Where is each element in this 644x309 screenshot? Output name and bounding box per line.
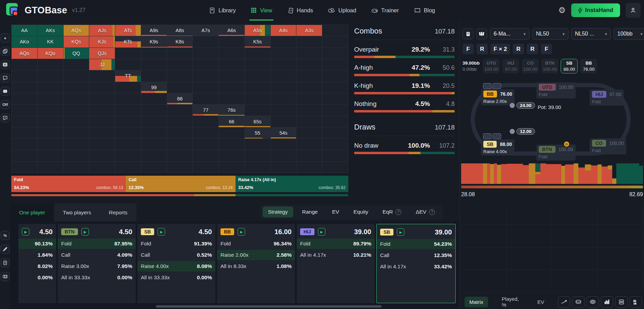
matrix-cell-empty[interactable] [219,150,244,161]
action-button-3[interactable]: R [513,44,524,54]
matrix-cell-empty[interactable] [115,162,141,173]
horizontal-scrollbar[interactable] [156,305,381,308]
matrix-cell-A6s[interactable]: A6s [219,25,244,36]
matrix-cell-empty[interactable] [219,70,244,81]
card-icon[interactable] [1,87,10,96]
panel-row-fold[interactable]: Fold87.95% [58,239,136,249]
panel-row-all-in-33-33x[interactable]: All in 33.33x0.00% [58,272,136,283]
nav-item-blog[interactable]: Blog [414,0,435,21]
matrix-cell-empty[interactable] [296,150,322,161]
action-button-1[interactable]: R [477,44,488,54]
matrix-cell-65s[interactable]: 65s [245,116,270,127]
panel-row[interactable]: 8.02% [18,261,56,271]
matrix-cell-empty[interactable] [167,70,193,81]
strategy-panel-0[interactable]: ▶4.5090.13%1.84%8.02%0.00% [18,224,56,303]
matrix-cell-empty[interactable] [12,150,37,161]
matrix-cell-empty[interactable] [141,70,167,81]
matrix-cell-A8s[interactable]: A8s [167,25,193,36]
strategy-panel-bb-3[interactable]: BB▶16.00Fold96.34%Raise 2.00x2.58%All in… [217,224,295,303]
footer-tab-played[interactable]: Played, % [497,294,524,309]
action-button-0[interactable]: F [462,44,474,54]
matrix-cell-empty[interactable] [38,59,63,70]
panel-row-raise-4-00x[interactable]: Raise 4.00x8.08% [137,261,215,271]
nav-item-view[interactable]: View [251,0,272,21]
matrix-cell-empty[interactable] [38,116,63,127]
matrix-cell-empty[interactable] [219,59,244,70]
table-seat-utg[interactable]: UTG100.00 Fold [536,82,576,98]
matrix-cell-empty[interactable] [271,139,296,150]
matrix-cell-empty[interactable] [245,82,270,93]
panel-row-fold[interactable]: Fold89.79% [297,239,375,249]
help-icon[interactable]: ? [395,209,401,215]
matrix-cell-empty[interactable] [89,127,115,138]
matrix-cell-empty[interactable] [89,70,115,81]
matrix-cell-empty[interactable] [322,25,348,36]
matrix-cell-empty[interactable] [271,150,296,161]
range-grid-icon[interactable] [1,60,10,69]
spade-icon[interactable]: ♠ [1,33,10,42]
matrix-cell-ATs[interactable]: ATs [115,25,141,36]
matrix-cell-empty[interactable] [38,82,63,93]
tab-reports[interactable]: Reports [100,203,136,221]
matrix-cell-empty[interactable] [89,139,115,150]
matrix-cell-A9s[interactable]: A9s [141,25,167,36]
matrix-cell-empty[interactable] [322,36,348,47]
strategy-panel-hij-4[interactable]: HIJ▶39.00Fold89.79%All in 4.17x10.21% [297,224,375,303]
matrix-cell-empty[interactable] [12,162,37,173]
matrix-cell-empty[interactable] [271,82,296,93]
panel-row-raise-2-00x[interactable]: Raise 2.00x2.58% [217,250,295,260]
matrix-cell-empty[interactable] [167,127,193,138]
matrix-cell-empty[interactable] [38,127,63,138]
matrix-cell-empty[interactable] [89,116,115,127]
matrix-cell-55[interactable]: 55 [245,127,270,138]
format-dropdown[interactable]: 6-Ma...▾ [490,28,529,40]
panel-row-call[interactable]: Call12.35% [377,250,455,260]
matrix-cell-empty[interactable] [245,93,270,104]
matrix-cell-empty[interactable] [64,93,89,104]
matrix-cell-empty[interactable] [12,139,37,150]
matrix-cell-empty[interactable] [296,116,322,127]
matrix-cell-empty[interactable] [167,116,193,127]
matrix-cell-empty[interactable] [64,105,89,116]
solution-book-icon[interactable] [462,28,473,39]
matrix-cell-empty[interactable] [219,93,244,104]
matrix-cell-empty[interactable] [322,70,348,81]
matrix-cell-empty[interactable] [271,48,296,59]
matrix-cell-empty[interactable] [141,116,167,127]
tab-equity[interactable]: Equity [348,206,374,217]
nav-item-hands[interactable]: A Hands [287,0,313,21]
seat-chip-sb[interactable]: SB88.00 [561,59,578,73]
matrix-cell-empty[interactable] [193,48,218,59]
matrix-cell-empty[interactable] [167,150,193,161]
matrix-cell-KJs[interactable]: KJs [89,36,115,47]
seat-chip-btn[interactable]: BTN100.00 [541,59,558,73]
matrix-cell-JJ[interactable]: JJ [89,59,115,70]
matrix-cell-empty[interactable] [12,82,37,93]
matrix-cell-empty[interactable] [271,162,296,173]
matrix-cell-KK[interactable]: KK [38,36,63,47]
play-button[interactable]: ▶ [397,228,404,236]
matrix-cell-empty[interactable] [219,48,244,59]
copy-icon[interactable] [1,47,10,56]
matrix-cell-empty[interactable] [89,150,115,161]
solution-dropdown[interactable]: NL50 ...▾ [571,28,611,40]
pen-off-icon[interactable] [1,245,10,254]
matrix-cell-empty[interactable] [64,116,89,127]
matrix-cell-empty[interactable] [12,127,37,138]
strategy-segment-fold[interactable]: Fold54.23%combos: 58.13 [11,176,126,192]
play-button[interactable]: ▶ [318,228,325,236]
cards-fan-icon[interactable] [1,272,10,281]
matrix-cell-empty[interactable] [193,93,218,104]
seat-chip-hij[interactable]: HIJ97.00 [502,59,519,73]
matrix-cell-99[interactable]: 99 [141,82,167,93]
matrix-cell-empty[interactable] [296,139,322,150]
matrix-cell-empty[interactable] [64,127,89,138]
matrix-cell-empty[interactable] [38,150,63,161]
strategy-panel-btn-1[interactable]: BTN▶4.50Fold87.95%Call4.09%Raise 3.00x7.… [58,224,136,303]
matrix-cell-empty[interactable] [141,150,167,161]
matrix-cell-empty[interactable] [12,93,37,104]
panel-row-call[interactable]: Call4.09% [58,250,136,260]
matrix-cell-54s[interactable]: 54s [271,127,296,138]
trend-icon[interactable] [558,296,570,308]
panel-row[interactable]: 1.84% [18,250,56,260]
